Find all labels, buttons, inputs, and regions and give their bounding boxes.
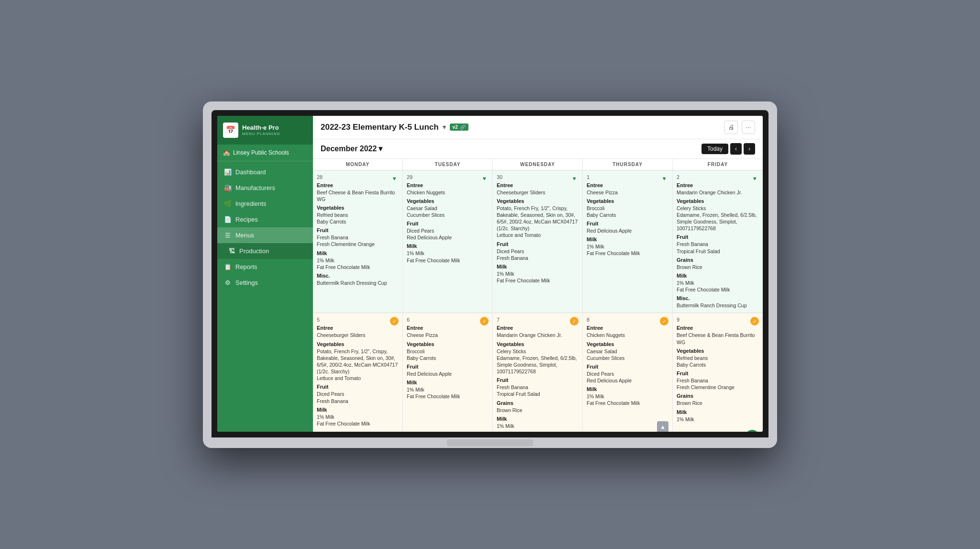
- sidebar-label-manufacturers: Manufacturers: [235, 184, 275, 191]
- prev-button[interactable]: ‹: [730, 143, 742, 155]
- sidebar-item-settings[interactable]: ⚙ Settings: [217, 275, 313, 291]
- day-number: 6: [407, 317, 489, 323]
- version-badge[interactable]: v2 🔗: [450, 123, 468, 131]
- day-cell-2-0[interactable]: 5✓EntreeCheeseburger SlidersVegetablesPo…: [313, 313, 403, 431]
- header-monday: MONDAY: [313, 159, 403, 170]
- day-cell-2-2[interactable]: 7✓EntreeMandarin Orange Chicken Jr.Veget…: [493, 313, 583, 431]
- meal-section-label: Entree: [497, 182, 579, 188]
- meal-section-label: Grains: [677, 393, 759, 399]
- sidebar-item-menus[interactable]: ☰ Menus: [217, 227, 313, 243]
- meal-item: 1% Milk: [587, 393, 668, 400]
- day-badge: ♥: [750, 174, 759, 183]
- meal-item: Chicken Nuggets: [587, 332, 668, 338]
- day-number: 7: [497, 317, 579, 323]
- meal-item: Brown Rice: [677, 400, 759, 406]
- top-bar: 2022-23 Elementary K-5 Lunch ▾ v2 🔗 🖨 ··…: [313, 116, 763, 139]
- print-button[interactable]: 🖨: [724, 121, 738, 134]
- meal-section-label: Vegetables: [407, 198, 489, 204]
- meal-item: Fat Free Chocolate Milk: [497, 277, 579, 284]
- week-row-1: 28♥EntreeBeef Cheese & Bean Fiesta Burri…: [313, 170, 763, 314]
- meal-item: Cheese Pizza: [587, 189, 668, 196]
- day-number: 1: [587, 174, 668, 180]
- day-cell-1-2[interactable]: 30♥EntreeCheeseburger SlidersVegetablesP…: [493, 170, 583, 313]
- meal-section-label: Milk: [317, 250, 399, 256]
- meal-item: Fat Free Chocolate Milk: [407, 393, 489, 400]
- day-cell-1-1[interactable]: 29♥EntreeChicken NuggetsVegetablesCaesar…: [403, 170, 493, 313]
- scroll-up-button[interactable]: ▲: [657, 421, 668, 431]
- meal-section-label: Milk: [317, 407, 399, 413]
- meal-item: 1% Milk: [317, 257, 399, 264]
- meal-item: Red Delicious Apple: [407, 370, 489, 377]
- meal-item: Buttermilk Ranch Dressing Cup: [677, 302, 759, 309]
- day-cell-1-3[interactable]: 1♥EntreeCheese PizzaVegetablesBroccoliBa…: [583, 170, 673, 313]
- meal-section-label: Vegetables: [407, 341, 489, 347]
- sidebar-logo: 📅 Health-e Pro MENU PLANNING: [217, 116, 313, 145]
- meal-item: Celery Sticks: [677, 205, 759, 212]
- meal-item: Refried beans: [677, 355, 759, 361]
- meal-item: Diced Pears: [407, 227, 489, 234]
- sidebar-item-reports[interactable]: 📋 Reports: [217, 259, 313, 275]
- meal-section-label: Entree: [587, 182, 668, 188]
- meal-section-label: Fruit: [677, 370, 759, 376]
- meal-section-label: Fruit: [587, 364, 668, 370]
- meal-section-label: Milk: [407, 243, 489, 249]
- meal-item: Baby Carrots: [677, 361, 759, 368]
- day-cell-2-1[interactable]: 6✓EntreeCheese PizzaVegetablesBroccoliBa…: [403, 313, 493, 431]
- meal-item: Broccoli: [587, 205, 668, 212]
- sidebar-item-production[interactable]: 🏗 Production: [217, 243, 313, 259]
- link-icon: 🔗: [460, 124, 466, 130]
- meal-item: Brown Rice: [677, 264, 759, 270]
- day-cell-2-4[interactable]: 9✓EntreeBeef Cheese & Bean Fiesta Burrit…: [673, 313, 763, 431]
- sidebar-item-manufacturers[interactable]: 🏭 Manufacturers: [217, 180, 313, 196]
- logo-text-block: Health-e Pro MENU PLANNING: [242, 124, 280, 136]
- sidebar-item-recipes[interactable]: 📄 Recipes: [217, 212, 313, 227]
- meal-item: 1% Milk: [407, 386, 489, 393]
- day-badge: ✓: [390, 317, 399, 325]
- day-cell-1-4[interactable]: 2♥EntreeMandarin Orange Chicken Jr.Veget…: [673, 170, 763, 313]
- meal-item: Cheeseburger Sliders: [317, 332, 399, 338]
- month-title[interactable]: December 2022 ▾: [321, 144, 382, 153]
- nav-controls: Today ‹ ›: [702, 143, 755, 155]
- meal-item: Fat Free Chocolate Milk: [407, 257, 489, 264]
- meal-section-label: Entree: [497, 325, 579, 331]
- menu-title-bar: 2022-23 Elementary K-5 Lunch ▾ v2 🔗: [321, 123, 468, 132]
- meal-item: Baby Carrots: [407, 355, 489, 361]
- meal-section-label: Misc.: [677, 295, 759, 301]
- day-cell-2-3[interactable]: 8✓EntreeChicken NuggetsVegetablesCaesar …: [583, 313, 673, 431]
- meal-section-label: Vegetables: [677, 198, 759, 204]
- day-headers: MONDAY TUESDAY WEDNESDAY THURSDAY FRIDAY: [313, 159, 763, 170]
- sidebar-item-dashboard[interactable]: 📊 Dashboard: [217, 164, 313, 180]
- today-button[interactable]: Today: [702, 144, 728, 154]
- version-text: v2: [453, 124, 458, 130]
- meal-item: Refried beans: [317, 212, 399, 218]
- day-badge: ✓: [660, 317, 668, 325]
- check-icon: ✓: [750, 317, 759, 325]
- meal-section-label: Vegetables: [587, 341, 668, 347]
- meal-section-label: Fruit: [587, 221, 668, 226]
- check-icon: ✓: [570, 317, 579, 325]
- header-thursday: THURSDAY: [583, 159, 673, 170]
- sidebar-label-recipes: Recipes: [235, 216, 258, 223]
- meal-section-label: Milk: [497, 264, 579, 269]
- screen-bezel: 📅 Health-e Pro MENU PLANNING 🏫 Linsey Pu…: [212, 110, 768, 437]
- meal-section-label: Entree: [677, 182, 759, 188]
- help-button[interactable]: ?: [746, 430, 759, 431]
- sidebar-item-ingredients[interactable]: 🌿 Ingredients: [217, 196, 313, 212]
- sidebar-label-settings: Settings: [235, 279, 258, 286]
- meal-item: Buttermilk Ranch Dressing Cup: [317, 280, 399, 286]
- meal-section-label: Milk: [587, 236, 668, 242]
- day-number: 29: [407, 174, 489, 180]
- org-item[interactable]: 🏫 Linsey Public Schools: [217, 145, 313, 161]
- heart-icon: ♥: [753, 175, 756, 182]
- next-button[interactable]: ›: [744, 143, 755, 155]
- day-number: 9: [677, 317, 759, 323]
- day-badge: ✓: [480, 317, 489, 325]
- reports-icon: 📋: [224, 263, 232, 270]
- meal-section-label: Fruit: [407, 364, 489, 370]
- laptop-bottom: [212, 437, 768, 448]
- day-cell-1-0[interactable]: 28♥EntreeBeef Cheese & Bean Fiesta Burri…: [313, 170, 403, 313]
- more-options-button[interactable]: ···: [742, 121, 755, 134]
- meal-section-label: Entree: [407, 182, 489, 188]
- week-row-2: 5✓EntreeCheeseburger SlidersVegetablesPo…: [313, 313, 763, 431]
- meal-section-label: Milk: [677, 273, 759, 279]
